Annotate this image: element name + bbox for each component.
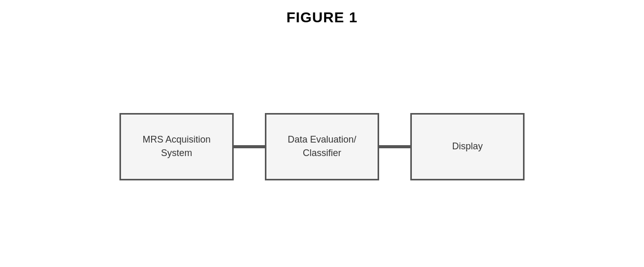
block-mrs-acquisition-label: MRS AcquisitionSystem [142,133,210,159]
diagram-container: MRS AcquisitionSystem Data Evaluation/Cl… [0,26,644,267]
block-data-evaluation: Data Evaluation/Classifier [265,113,379,180]
block-display-label: Display [452,140,482,153]
page: FIGURE 1 MRS AcquisitionSystem Data Eval… [0,0,644,267]
connector-1 [234,145,265,148]
block-data-evaluation-label: Data Evaluation/Classifier [288,133,356,159]
block-mrs-acquisition: MRS AcquisitionSystem [119,113,234,180]
block-display: Display [410,113,525,180]
connector-2 [379,145,410,148]
figure-title: FIGURE 1 [286,9,357,26]
